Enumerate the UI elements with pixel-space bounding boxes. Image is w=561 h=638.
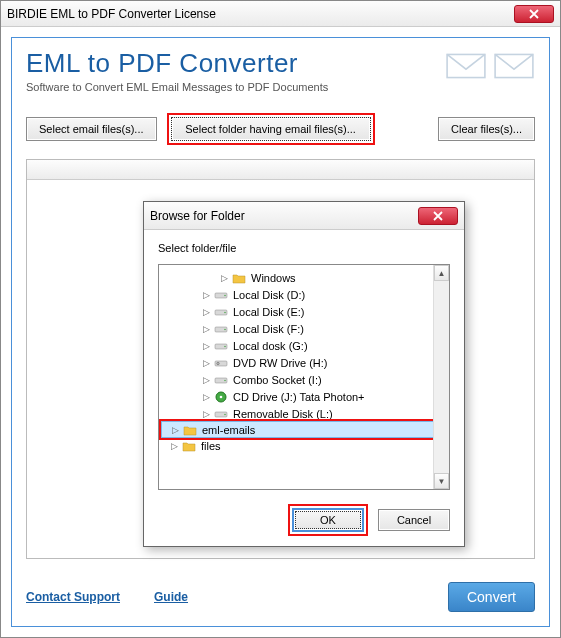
- dialog-titlebar: Browse for Folder: [144, 202, 464, 230]
- expand-icon[interactable]: ▷: [201, 392, 211, 402]
- window-title: BIRDIE EML to PDF Converter License: [7, 7, 514, 21]
- drive-icon: [213, 322, 229, 336]
- tree-item-label: Removable Disk (L:): [233, 408, 333, 420]
- tree-item-label: Local Disk (D:): [233, 289, 305, 301]
- envelope-decoration: [445, 50, 535, 82]
- cd-icon: [213, 390, 229, 404]
- folder-tree-box: ▷Windows▷Local Disk (D:)▷Local Disk (E:)…: [158, 264, 450, 490]
- tree-item-label: Local Disk (E:): [233, 306, 305, 318]
- select-files-button[interactable]: Select email files(s)...: [26, 117, 157, 141]
- expand-icon[interactable]: ▷: [201, 307, 211, 317]
- drive-icon: [213, 407, 229, 421]
- dialog-label: Select folder/file: [158, 242, 450, 254]
- tree-item[interactable]: ▷Local dosk (G:): [161, 337, 447, 354]
- expand-icon[interactable]: ▷: [170, 425, 180, 435]
- dialog-title: Browse for Folder: [150, 209, 418, 223]
- expand-icon[interactable]: ▷: [201, 324, 211, 334]
- folder-tree[interactable]: ▷Windows▷Local Disk (D:)▷Local Disk (E:)…: [159, 265, 449, 458]
- folder-icon: [181, 439, 197, 453]
- tree-item[interactable]: ▷DVD RW Drive (H:): [161, 354, 447, 371]
- tree-item-label: Local Disk (F:): [233, 323, 304, 335]
- clear-files-button[interactable]: Clear files(s)...: [438, 117, 535, 141]
- dvd-icon: [213, 356, 229, 370]
- tree-item-label: Local dosk (G:): [233, 340, 308, 352]
- tree-item[interactable]: ▷Local Disk (D:): [161, 286, 447, 303]
- toolbar: Select email files(s)... Select folder h…: [26, 113, 535, 145]
- folder-icon: [182, 423, 198, 437]
- guide-link[interactable]: Guide: [154, 590, 188, 604]
- file-list-header: [27, 160, 534, 180]
- ok-button[interactable]: OK: [292, 508, 364, 532]
- contact-support-link[interactable]: Contact Support: [26, 590, 120, 604]
- svg-point-5: [224, 311, 226, 313]
- select-folder-button[interactable]: Select folder having email files(s)...: [171, 117, 371, 141]
- dialog-body: Select folder/file ▷Windows▷Local Disk (…: [144, 230, 464, 546]
- tree-item-label: CD Drive (J:) Tata Photon+: [233, 391, 365, 403]
- tree-item[interactable]: ▷CD Drive (J:) Tata Photon+: [161, 388, 447, 405]
- tree-item[interactable]: ▷Local Disk (F:): [161, 320, 447, 337]
- svg-point-11: [217, 362, 219, 364]
- scroll-down-icon[interactable]: ▼: [434, 473, 449, 489]
- drive-icon: [213, 288, 229, 302]
- convert-button[interactable]: Convert: [448, 582, 535, 612]
- tree-item-label: files: [201, 440, 221, 452]
- expand-icon[interactable]: ▷: [219, 273, 229, 283]
- expand-icon[interactable]: ▷: [201, 409, 211, 419]
- tree-item[interactable]: ▷Combo Socket (I:): [161, 371, 447, 388]
- tree-item-label: Windows: [251, 272, 296, 284]
- tree-scrollbar[interactable]: ▲ ▼: [433, 265, 449, 489]
- app-subtitle: Software to Convert EML Email Messages t…: [26, 81, 535, 93]
- browse-folder-dialog: Browse for Folder Select folder/file ▷Wi…: [143, 201, 465, 547]
- tree-item-label: eml-emails: [202, 424, 255, 436]
- drive-icon: [213, 305, 229, 319]
- expand-icon[interactable]: ▷: [201, 375, 211, 385]
- svg-point-17: [224, 413, 226, 415]
- expand-icon[interactable]: ▷: [201, 290, 211, 300]
- app-header: EML to PDF Converter Software to Convert…: [26, 48, 535, 93]
- ok-highlight: OK: [288, 504, 368, 536]
- drive-icon: [213, 339, 229, 353]
- expand-icon[interactable]: ▷: [201, 358, 211, 368]
- select-folder-highlight: Select folder having email files(s)...: [167, 113, 375, 145]
- tree-item-label: DVD RW Drive (H:): [233, 357, 328, 369]
- tree-item[interactable]: ▷Removable Disk (L:): [161, 405, 447, 422]
- tree-item[interactable]: ▷Local Disk (E:): [161, 303, 447, 320]
- expand-icon[interactable]: ▷: [201, 341, 211, 351]
- tree-item[interactable]: ▷Windows: [161, 269, 447, 286]
- envelope-icon: [493, 50, 535, 82]
- cancel-button[interactable]: Cancel: [378, 509, 450, 531]
- main-window: BIRDIE EML to PDF Converter License EML …: [0, 0, 561, 638]
- scroll-up-icon[interactable]: ▲: [434, 265, 449, 281]
- expand-icon[interactable]: ▷: [169, 441, 179, 451]
- main-close-button[interactable]: [514, 5, 554, 23]
- main-titlebar: BIRDIE EML to PDF Converter License: [1, 1, 560, 27]
- drive-icon: [213, 373, 229, 387]
- tree-item[interactable]: ▷files: [161, 437, 447, 454]
- tree-item[interactable]: ▷eml-emails: [161, 421, 447, 438]
- svg-point-9: [224, 345, 226, 347]
- svg-point-15: [220, 395, 223, 398]
- svg-point-7: [224, 328, 226, 330]
- dialog-close-button[interactable]: [418, 207, 458, 225]
- envelope-icon: [445, 50, 487, 82]
- svg-point-13: [224, 379, 226, 381]
- dialog-button-row: OK Cancel: [158, 504, 450, 536]
- tree-item-label: Combo Socket (I:): [233, 374, 322, 386]
- footer-bar: Contact Support Guide Convert: [26, 582, 535, 612]
- svg-point-3: [224, 294, 226, 296]
- close-icon: [433, 211, 443, 221]
- close-icon: [529, 9, 539, 19]
- folder-icon: [231, 271, 247, 285]
